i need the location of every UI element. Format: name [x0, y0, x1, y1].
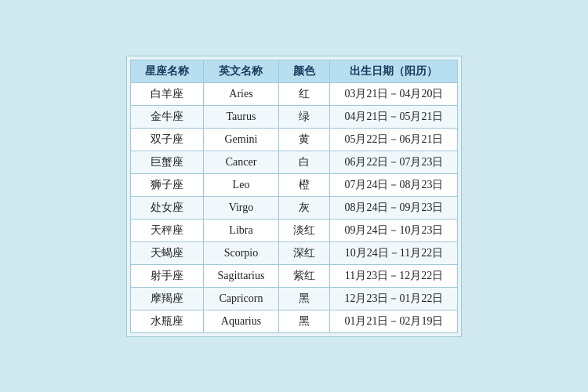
- cell-english-name: Virgo: [203, 196, 279, 219]
- cell-chinese-name: 白羊座: [130, 82, 203, 105]
- header-english-name: 英文名称: [203, 60, 279, 82]
- table-row: 双子座Gemini黄05月22日－06月21日: [130, 128, 458, 151]
- cell-dates: 03月21日－04月20日: [330, 82, 458, 105]
- cell-dates: 09月24日－10月23日: [330, 219, 458, 241]
- cell-english-name: Capricorn: [203, 287, 279, 310]
- cell-color: 黑: [279, 310, 330, 332]
- header-color: 颜色: [279, 60, 330, 82]
- table-row: 水瓶座Aquarius黑01月21日－02月19日: [130, 310, 458, 332]
- cell-english-name: Libra: [203, 219, 279, 241]
- header-dates: 出生日期（阳历）: [330, 60, 458, 82]
- cell-chinese-name: 天秤座: [130, 219, 203, 241]
- cell-chinese-name: 水瓶座: [130, 310, 203, 332]
- table-row: 狮子座Leo橙07月24日－08月23日: [130, 173, 458, 196]
- cell-chinese-name: 狮子座: [130, 173, 203, 196]
- cell-color: 灰: [279, 196, 330, 219]
- cell-english-name: Leo: [203, 173, 279, 196]
- cell-chinese-name: 摩羯座: [130, 287, 203, 310]
- cell-english-name: Gemini: [203, 128, 279, 151]
- cell-color: 绿: [279, 105, 330, 128]
- cell-dates: 07月24日－08月23日: [330, 173, 458, 196]
- cell-english-name: Taurus: [203, 105, 279, 128]
- table-row: 天秤座Libra淡红09月24日－10月23日: [130, 219, 458, 241]
- cell-dates: 10月24日－11月22日: [330, 241, 458, 264]
- cell-english-name: Cancer: [203, 151, 279, 173]
- cell-color: 紫红: [279, 264, 330, 287]
- cell-color: 深红: [279, 241, 330, 264]
- table-row: 射手座Sagittarius紫红11月23日－12月22日: [130, 264, 458, 287]
- cell-dates: 11月23日－12月22日: [330, 264, 458, 287]
- cell-dates: 05月22日－06月21日: [330, 128, 458, 151]
- cell-color: 橙: [279, 173, 330, 196]
- cell-chinese-name: 巨蟹座: [130, 151, 203, 173]
- cell-color: 白: [279, 151, 330, 173]
- cell-dates: 01月21日－02月19日: [330, 310, 458, 332]
- cell-color: 红: [279, 82, 330, 105]
- cell-chinese-name: 射手座: [130, 264, 203, 287]
- header-chinese-name: 星座名称: [130, 60, 203, 82]
- cell-dates: 08月24日－09月23日: [330, 196, 458, 219]
- cell-dates: 04月21日－05月21日: [330, 105, 458, 128]
- cell-english-name: Aquarius: [203, 310, 279, 332]
- cell-color: 黄: [279, 128, 330, 151]
- table-body: 白羊座Aries红03月21日－04月20日金牛座Taurus绿04月21日－0…: [130, 82, 458, 332]
- cell-chinese-name: 双子座: [130, 128, 203, 151]
- zodiac-table-container: 星座名称 英文名称 颜色 出生日期（阳历） 白羊座Aries红03月21日－04…: [126, 56, 463, 337]
- cell-color: 淡红: [279, 219, 330, 241]
- zodiac-table: 星座名称 英文名称 颜色 出生日期（阳历） 白羊座Aries红03月21日－04…: [130, 60, 459, 333]
- cell-dates: 06月22日－07月23日: [330, 151, 458, 173]
- table-row: 巨蟹座Cancer白06月22日－07月23日: [130, 151, 458, 173]
- cell-color: 黑: [279, 287, 330, 310]
- cell-chinese-name: 处女座: [130, 196, 203, 219]
- table-row: 白羊座Aries红03月21日－04月20日: [130, 82, 458, 105]
- cell-english-name: Aries: [203, 82, 279, 105]
- table-row: 金牛座Taurus绿04月21日－05月21日: [130, 105, 458, 128]
- table-header-row: 星座名称 英文名称 颜色 出生日期（阳历）: [130, 60, 458, 82]
- cell-english-name: Scorpio: [203, 241, 279, 264]
- table-row: 处女座Virgo灰08月24日－09月23日: [130, 196, 458, 219]
- table-row: 摩羯座Capricorn黑12月23日－01月22日: [130, 287, 458, 310]
- cell-chinese-name: 金牛座: [130, 105, 203, 128]
- cell-english-name: Sagittarius: [203, 264, 279, 287]
- table-row: 天蝎座Scorpio深红10月24日－11月22日: [130, 241, 458, 264]
- cell-dates: 12月23日－01月22日: [330, 287, 458, 310]
- cell-chinese-name: 天蝎座: [130, 241, 203, 264]
